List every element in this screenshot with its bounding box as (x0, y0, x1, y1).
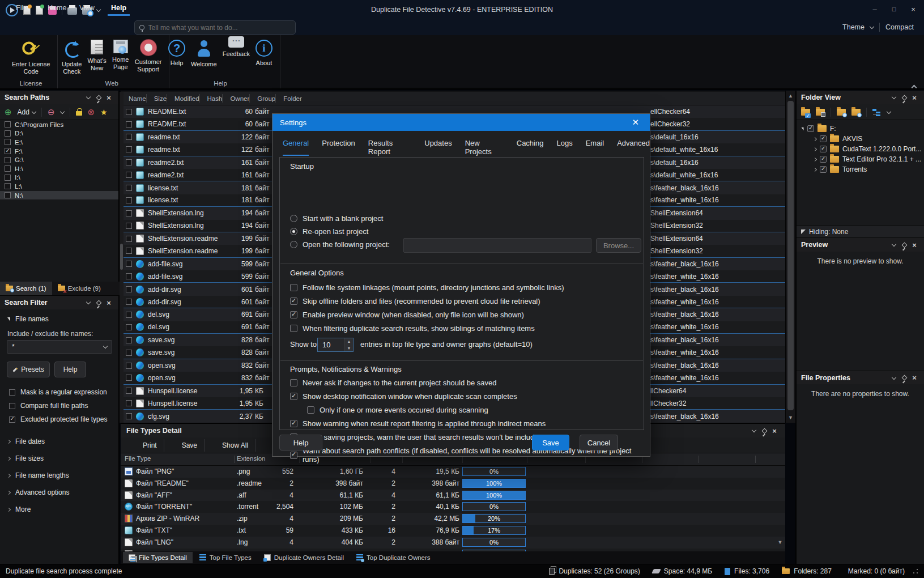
row-checkbox[interactable] (126, 134, 132, 140)
dialog-close-icon[interactable]: ✕ (628, 117, 642, 128)
bottom-toolbar-button[interactable]: Print (125, 439, 164, 452)
tree-checkbox[interactable] (820, 146, 827, 152)
row-checkbox[interactable] (126, 324, 132, 330)
row-checkbox[interactable] (126, 159, 132, 165)
prompt-checkbox-row[interactable]: Show desktop notification window when du… (290, 392, 517, 401)
filter-checkbox-row[interactable]: Excluded protected file types (0, 413, 118, 426)
spin-down-icon[interactable]: ▼ (345, 345, 353, 352)
chevron-down-icon[interactable] (749, 426, 759, 435)
column-header[interactable]: Size (146, 94, 167, 103)
ribbon-tab[interactable]: Home (44, 3, 70, 13)
chevron-down-icon[interactable] (83, 298, 93, 307)
spin-up-icon[interactable]: ▲ (345, 338, 353, 345)
prompt-checkbox-row[interactable]: When saving projects, warn the user that… (290, 433, 543, 441)
clear-paths-icon[interactable]: ⊗ (88, 108, 95, 116)
tree-item[interactable]: Torrents (814, 164, 924, 175)
ribbon-tab[interactable]: File (12, 3, 31, 13)
path-checkbox[interactable] (5, 139, 11, 145)
list-scrollbar[interactable]: ▲ ▼ (785, 91, 795, 423)
tellme-search[interactable] (134, 20, 296, 35)
option-checkbox[interactable] (290, 298, 297, 305)
dialog-tab[interactable]: Updates (424, 139, 452, 156)
scroll-down-icon[interactable]: ▼ (786, 415, 795, 420)
filter-checkbox[interactable] (9, 416, 15, 423)
favorites-icon[interactable]: ★ (100, 108, 108, 117)
minimize-button[interactable]: – (866, 2, 883, 16)
bottom-scrollbar[interactable]: ▼ (776, 453, 784, 550)
add-path-button[interactable]: Add (18, 108, 36, 116)
filter-checkbox[interactable] (9, 403, 15, 409)
row-checkbox[interactable] (126, 299, 132, 305)
tree-checkbox[interactable] (820, 135, 827, 142)
dialog-cancel-button[interactable]: Cancel (580, 435, 618, 450)
col-file-type[interactable]: File Type (125, 455, 151, 462)
maximize-button[interactable]: □ (885, 2, 902, 16)
tellme-input[interactable] (148, 24, 291, 32)
file-type-row[interactable]: Файл "AFF" .aff 4 61,1 КБ 4 61,1 КБ 100% (121, 490, 785, 502)
search-path-row[interactable]: I:\ (0, 173, 118, 182)
row-checkbox[interactable] (126, 286, 132, 292)
option-checkbox[interactable] (290, 284, 297, 291)
option-checkbox[interactable] (290, 325, 297, 332)
bottom-toolbar-button[interactable]: Save (164, 439, 204, 452)
row-checkbox[interactable] (126, 413, 132, 419)
filter-checkbox-row[interactable]: Compare full file paths (0, 399, 118, 413)
column-header[interactable]: Folder (275, 94, 302, 103)
ribbon-button[interactable]: Home Page (109, 37, 132, 78)
row-checkbox[interactable] (126, 172, 132, 178)
search-path-row[interactable]: L:\ (0, 182, 118, 191)
filter-checkbox-row[interactable]: Mask is a regular expression (0, 385, 118, 399)
prompt-checkbox-row[interactable]: Show warning when result report filterin… (290, 419, 546, 428)
row-checkbox[interactable] (126, 261, 132, 267)
section-file-names[interactable]: File names (0, 313, 118, 325)
option-checkbox-row[interactable]: Skip offline folders and files (recommen… (290, 297, 540, 305)
dialog-tab[interactable]: Results Report (368, 139, 411, 156)
ribbon-button[interactable]: Feedback (220, 37, 253, 70)
compact-button[interactable]: Compact (885, 23, 914, 31)
search-path-row[interactable]: D:\ (0, 129, 118, 138)
close-icon[interactable]: × (104, 93, 114, 102)
file-type-row[interactable]: Файл "TORRENT" .torrent 2,504 102 МБ 2 4… (121, 501, 785, 513)
row-checkbox[interactable] (126, 248, 132, 254)
path-checkbox[interactable] (5, 130, 11, 137)
tree-view-icon[interactable] (872, 109, 882, 116)
prompt-checkbox[interactable] (290, 420, 297, 427)
close-icon[interactable]: × (104, 298, 114, 307)
path-checkbox[interactable] (5, 157, 11, 163)
scroll-down-icon[interactable]: ▼ (776, 539, 784, 545)
file-type-row[interactable]: Архив ZIP - WinRAR .zip 4 209 МБ 2 42,2 … (121, 513, 785, 525)
chevron-down-icon[interactable] (83, 93, 93, 102)
startup-radio-row[interactable]: Start with a blank project (290, 214, 383, 223)
row-checkbox[interactable] (126, 197, 132, 203)
dialog-help-button[interactable]: Help (279, 435, 322, 450)
bottom-tab[interactable]: File Types Detail (123, 552, 193, 563)
ribbon-button[interactable]: Enter License Code (9, 37, 53, 78)
presets-button[interactable]: Presets (7, 362, 50, 377)
row-checkbox[interactable] (126, 312, 132, 318)
close-icon[interactable]: × (909, 373, 919, 382)
ribbon-button[interactable]: Customer Support (132, 37, 165, 78)
theme-caret-icon[interactable] (870, 24, 874, 29)
dialog-save-button[interactable]: Save (532, 435, 569, 450)
close-icon[interactable]: × (769, 426, 780, 435)
uncheck-all-folders-icon[interactable] (816, 109, 825, 116)
check-all-folders-icon[interactable] (801, 109, 810, 116)
prompt-checkbox[interactable] (290, 452, 297, 459)
pin-icon[interactable] (759, 426, 769, 435)
file-type-row[interactable]: Файл "PNG" .png 552 1,60 ГБ 4 19,5 КБ 0% (121, 466, 785, 478)
filter-section[interactable]: More (0, 501, 118, 518)
startup-radio-row[interactable]: Open the following project: (290, 240, 390, 249)
prompt-checkbox[interactable] (290, 379, 297, 386)
filter-section[interactable]: File name lengths (0, 467, 118, 484)
ribbon-button[interactable]: About (253, 37, 275, 70)
row-checkbox[interactable] (126, 236, 132, 242)
list-scrollbar-left[interactable] (120, 92, 124, 423)
dialog-tab[interactable]: Caching (517, 139, 544, 156)
path-checkbox[interactable] (5, 148, 11, 154)
search-path-row[interactable]: G:\ (0, 155, 118, 164)
row-checkbox[interactable] (126, 273, 132, 279)
add-path-icon[interactable]: ⊕ (5, 108, 12, 116)
ribbon-button[interactable]: Help (165, 37, 188, 70)
row-checkbox[interactable] (126, 375, 132, 381)
column-header[interactable]: Group (249, 94, 275, 103)
